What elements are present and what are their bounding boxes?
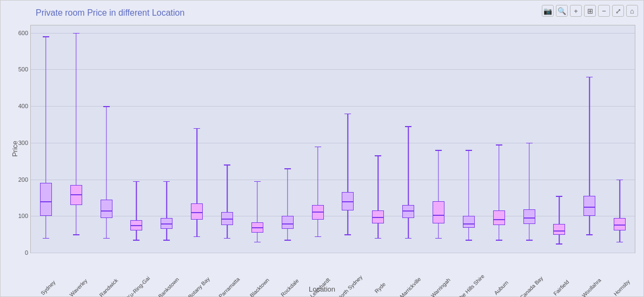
iqr-box	[70, 185, 82, 205]
grid-line	[31, 253, 635, 253]
upper-whisker-cap	[375, 155, 381, 156]
upper-whisker-line	[196, 128, 197, 203]
upper-whisker-line	[408, 126, 409, 205]
x-axis-tick-label: Sydney	[39, 279, 56, 296]
upper-whisker-cap	[163, 181, 170, 182]
home-btn[interactable]: ⌂	[626, 5, 638, 17]
iqr-box	[161, 218, 172, 229]
upper-whisker-cap	[435, 150, 442, 151]
y-tick-label: 300	[18, 140, 28, 146]
x-axis-tick-label: Bankstown	[157, 276, 180, 297]
upper-whisker-cap	[133, 181, 140, 182]
iqr-box	[402, 205, 414, 218]
lower-whisker-line	[227, 225, 228, 238]
median-line	[433, 215, 444, 216]
upper-whisker-line	[499, 144, 500, 210]
y-ticks: 0100200300400500600	[12, 25, 31, 253]
upper-whisker-line	[257, 181, 258, 223]
x-axis-tick-label: Randwick	[98, 278, 118, 297]
lower-whisker-cap	[496, 240, 502, 241]
upper-whisker-cap	[616, 180, 623, 181]
lower-whisker-cap	[194, 236, 200, 237]
upper-whisker-line	[348, 114, 349, 193]
chart-container: Private room Price in different Location…	[0, 0, 644, 297]
upper-whisker-cap	[224, 164, 230, 166]
x-axis-tick-label: Rockdale	[280, 278, 300, 297]
lower-whisker-cap	[526, 240, 533, 241]
lower-whisker-cap	[284, 240, 291, 241]
expand-btn[interactable]: ⤢	[612, 5, 624, 17]
minus-btn[interactable]: −	[598, 5, 610, 17]
median-line	[373, 217, 383, 218]
zoom-btn[interactable]: 🔍	[556, 5, 568, 17]
lower-whisker-cap	[616, 242, 623, 243]
lower-whisker-line	[348, 210, 349, 234]
x-axis-tick-label: Blacktown	[249, 277, 270, 297]
x-axis-tick-label: Fairfield	[553, 279, 570, 296]
x-axis-tick-label: Warringah	[430, 277, 452, 297]
iqr-box	[342, 192, 354, 210]
iqr-box	[372, 210, 384, 223]
median-line	[131, 225, 142, 226]
lower-whisker-cap	[405, 238, 411, 239]
x-axis-tick-label: Waverley	[68, 278, 88, 297]
x-axis-tick-label: Parramatta	[218, 276, 241, 297]
lower-whisker-line	[257, 233, 258, 242]
lower-whisker-line	[619, 230, 620, 241]
lower-whisker-line	[106, 218, 107, 238]
median-line	[41, 201, 51, 202]
upper-whisker-cap	[315, 147, 321, 148]
lower-whisker-line	[438, 223, 439, 238]
y-tick-label: 100	[18, 213, 28, 219]
iqr-box	[433, 201, 444, 223]
x-axis-tick-label: North Sydney	[336, 274, 364, 297]
y-tick-label: 400	[18, 103, 28, 109]
camera-btn[interactable]: 📷	[542, 5, 554, 17]
x-axis-tick-label: Hornsby	[613, 279, 631, 297]
upper-whisker-line	[438, 150, 439, 201]
x-axis-tick-label: Ryde	[374, 281, 387, 294]
upper-whisker-cap	[405, 126, 411, 127]
median-line	[71, 194, 82, 195]
iqr-box	[221, 212, 233, 225]
upper-whisker-cap	[526, 143, 533, 144]
upper-whisker-cap	[466, 150, 472, 151]
lower-whisker-line	[196, 220, 197, 236]
median-line	[191, 212, 202, 213]
lower-whisker-cap	[103, 238, 110, 239]
median-line	[524, 217, 535, 219]
y-tick-label: 500	[18, 66, 28, 72]
lower-whisker-line	[589, 216, 590, 234]
upper-whisker-cap	[586, 77, 593, 78]
upper-whisker-cap	[496, 144, 502, 146]
chart-title: Private room Price in different Location	[36, 8, 184, 18]
median-line	[313, 212, 323, 213]
lower-whisker-line	[287, 229, 288, 240]
lower-whisker-cap	[586, 234, 593, 235]
lower-whisker-line	[529, 224, 530, 240]
median-line	[403, 210, 414, 212]
lower-whisker-cap	[43, 238, 49, 239]
lower-whisker-cap	[224, 238, 230, 239]
upper-whisker-line	[227, 164, 228, 212]
lower-whisker-cap	[344, 234, 351, 235]
upper-whisker-line	[317, 147, 318, 205]
upper-whisker-line	[76, 33, 77, 185]
plus-btn[interactable]: +	[570, 5, 582, 17]
lower-whisker-line	[76, 205, 77, 234]
x-axis-tick-label: Woollahra	[581, 277, 602, 297]
upper-whisker-line	[529, 143, 530, 209]
median-line	[101, 210, 112, 212]
upper-whisker-line	[106, 106, 107, 200]
median-line	[342, 201, 353, 202]
median-line	[584, 207, 595, 208]
iqr-box	[191, 203, 203, 220]
upper-whisker-line	[45, 36, 47, 183]
lower-whisker-line	[499, 225, 500, 240]
lower-whisker-line	[317, 220, 318, 236]
upper-whisker-cap	[556, 196, 562, 197]
box-plus-btn[interactable]: ⊞	[584, 5, 596, 17]
lower-whisker-cap	[73, 234, 79, 235]
upper-whisker-line	[619, 180, 620, 218]
iqr-box	[523, 209, 535, 224]
